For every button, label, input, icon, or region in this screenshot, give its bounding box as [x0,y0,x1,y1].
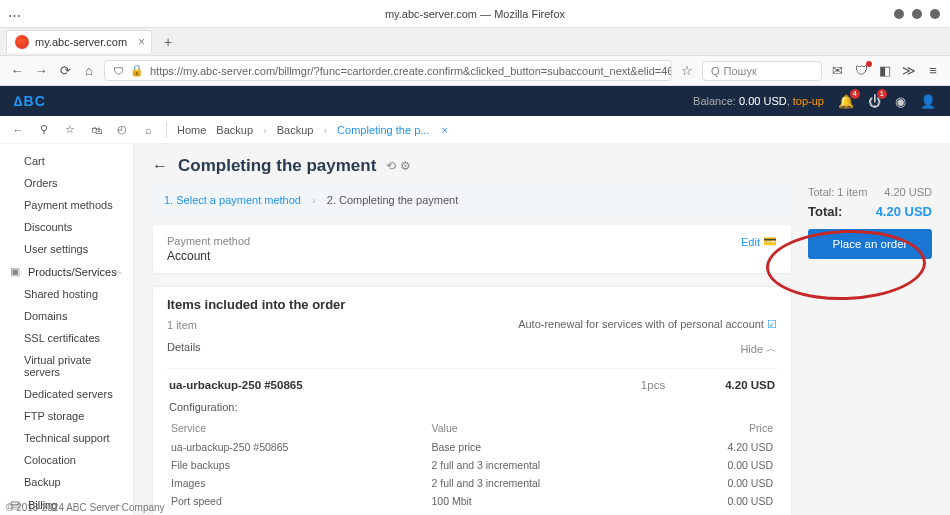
table-row: ua-urbackup-250 #50865Base price4.20 USD [171,439,773,455]
browser-tabbar: my.abc-server.com × + [0,28,950,56]
app-header: ∆BС Balance: 0.00 USD, top-up 🔔4 ⏻1 ◉ 👤 [0,86,950,116]
sidebar-item-cart[interactable]: Cart [0,150,133,172]
col-value: Value [432,419,671,437]
user-icon[interactable]: 👤 [920,94,936,109]
hide-toggle[interactable]: Hide ︿ [740,341,777,356]
footer-copyright: © 2013-2024 ABC Server Company [6,502,165,513]
sidebar-item-ssl[interactable]: SSL certificates [0,327,133,349]
pm-label: Payment method [167,235,250,247]
shield-icon: 🛡 [113,65,124,77]
table-row: Disk spaceGb0.00 USD [171,511,773,515]
sidebar-item-tech-support[interactable]: Technical support [0,427,133,449]
app-toolbar: ← ⚲ ☆ 🛍 ◴ ⌕ Home Backup › Backup › Compl… [0,116,950,144]
browser-addressbar: ← → ⟳ ⌂ 🛡 🔒 https://my.abc-server.com/bi… [0,56,950,86]
crumb-home[interactable]: Home [177,124,206,136]
table-row: Images2 full and 3 incremental0.00 USD [171,475,773,491]
account-icon[interactable]: ◧ [876,63,894,78]
window-close-icon[interactable] [930,9,940,19]
sidebar-item-vps[interactable]: Virtual private servers [0,349,133,383]
card-icon: 💳 [763,235,777,248]
place-order-button[interactable]: Place an order [808,229,932,259]
total-items-value: 4.20 USD [884,186,932,198]
extension-icon[interactable]: 🛡 [852,63,870,78]
bookmark-icon[interactable]: ☆ [678,63,696,78]
nav-back-icon[interactable]: ← [8,63,26,78]
settings-icon[interactable]: ⚙ [400,159,411,173]
sidebar-item-orders[interactable]: Orders [0,172,133,194]
app-logo[interactable]: ∆BС [14,93,46,109]
tasks-icon[interactable]: ⏻1 [868,94,881,109]
pm-value: Account [167,249,250,263]
browser-search-input[interactable]: Q Пошук [702,61,822,81]
sidebar-group-products[interactable]: ▣Products/Services︿ [0,260,133,283]
total-items-label: Total: 1 item [808,186,867,198]
item-total: 4.20 USD [725,379,775,391]
crumb-backup-2[interactable]: Backup [277,124,314,136]
search-icon: Q [711,65,720,77]
sidebar-item-domains[interactable]: Domains [0,305,133,327]
page-back-icon[interactable]: ← [152,157,168,175]
content-area: ← Completing the payment ⟲ ⚙ 1. Select a… [134,144,950,515]
window-minimize-icon[interactable] [894,9,904,19]
col-price: Price [673,419,773,437]
toolbar-search-icon[interactable]: ⌕ [140,124,156,136]
payment-steps: 1. Select a payment method › 2. Completi… [152,186,792,214]
chevron-right-icon: › [312,194,316,206]
chevron-right-icon: › [323,124,327,136]
overflow-icon[interactable]: ≫ [900,63,918,78]
sidebar-item-backup[interactable]: Backup [0,471,133,493]
url-input[interactable]: 🛡 🔒 https://my.abc-server.com/billmgr/?f… [104,60,672,81]
sidebar: Cart Orders Payment methods Discounts Us… [0,144,134,515]
tab-favicon [15,35,29,49]
items-count: 1 item [167,319,197,331]
payment-method-card: Payment method Account Edit 💳 [152,224,792,274]
browser-tab[interactable]: my.abc-server.com × [6,30,152,53]
table-row: Port speed100 Mbit0.00 USD [171,493,773,509]
toolbar-pin-icon[interactable]: ⚲ [36,123,52,136]
help-icon[interactable]: ◉ [895,94,906,109]
window-maximize-icon[interactable] [912,9,922,19]
sidebar-item-colocation[interactable]: Colocation [0,449,133,471]
menu-icon[interactable]: ≡ [924,63,942,78]
lock-icon: 🔒 [130,64,144,77]
new-tab-button[interactable]: + [158,34,178,50]
toolbar-back-icon[interactable]: ← [10,124,26,136]
details-label: Details [167,341,201,356]
step-1-link[interactable]: 1. Select a payment method [164,194,301,206]
mail-icon[interactable]: ✉ [828,63,846,78]
item-name: ua-urbackup-250 #50865 [169,379,303,391]
nav-home-icon[interactable]: ⌂ [80,63,98,78]
crumb-backup-1[interactable]: Backup [216,124,253,136]
search-placeholder: Пошук [724,65,757,77]
topup-link[interactable]: top-up [793,95,824,107]
step-2-current: 2. Completing the payment [327,194,458,206]
sidebar-item-payment-methods[interactable]: Payment methods [0,194,133,216]
toolbar-star-icon[interactable]: ☆ [62,123,78,136]
sidebar-item-shared-hosting[interactable]: Shared hosting [0,283,133,305]
window-titlebar: ⋯ my.abc-server.com — Mozilla Firefox [0,0,950,28]
edit-pm-link[interactable]: Edit 💳 [741,235,777,248]
notifications-icon[interactable]: 🔔4 [838,94,854,109]
nav-forward-icon[interactable]: → [32,63,50,78]
tab-close-icon[interactable]: × [138,35,145,49]
page-title: Completing the payment [178,156,376,176]
window-menu-icon[interactable]: ⋯ [8,8,21,23]
auto-renew-checkbox[interactable]: ☑ [767,318,777,330]
order-item: ua-urbackup-250 #50865 1pcs 4.20 USD Con… [167,368,777,515]
nav-reload-icon[interactable]: ⟳ [56,63,74,78]
balance-text: Balance: 0.00 USD, top-up [693,95,824,107]
total-value: 4.20 USD [876,204,932,219]
tab-title: my.abc-server.com [35,36,127,48]
refresh-icon[interactable]: ⟲ [386,159,396,173]
crumb-current: Completing the p... [337,124,429,136]
cube-icon: ▣ [10,265,22,278]
items-title: Items included into the order [167,297,777,312]
sidebar-item-user-settings[interactable]: User settings [0,238,133,260]
crumb-close-icon[interactable]: × [441,124,447,136]
sidebar-item-dedicated[interactable]: Dedicated servers [0,383,133,405]
toolbar-clock-icon[interactable]: ◴ [114,123,130,136]
sidebar-item-discounts[interactable]: Discounts [0,216,133,238]
sidebar-item-ftp[interactable]: FTP storage [0,405,133,427]
toolbar-basket-icon[interactable]: 🛍 [88,124,104,136]
window-title: my.abc-server.com — Mozilla Firefox [385,8,565,20]
